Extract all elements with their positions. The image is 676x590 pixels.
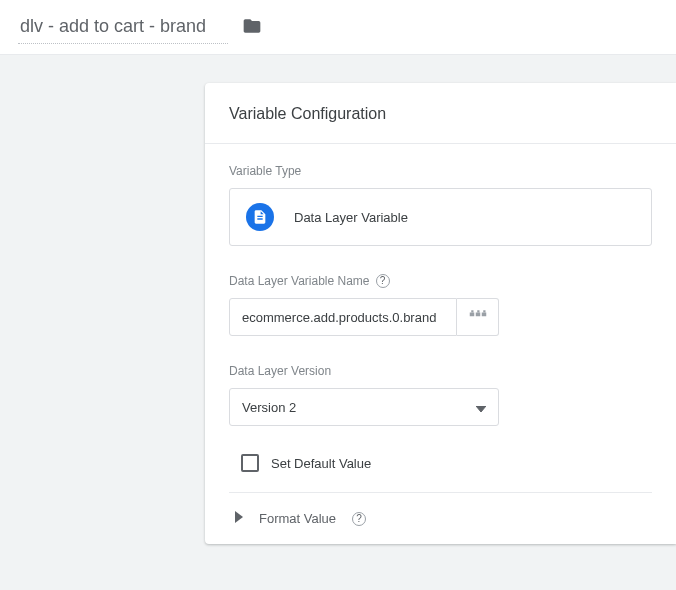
chevron-right-icon: [235, 511, 243, 526]
variable-name-label-text: Data Layer Variable Name: [229, 274, 370, 288]
version-select[interactable]: Version 2: [229, 388, 499, 426]
svg-rect-0: [469, 313, 474, 317]
svg-rect-5: [483, 310, 485, 312]
default-value-row: Set Default Value: [205, 434, 676, 492]
variable-config-card: Variable Configuration Variable Type Dat…: [205, 83, 676, 544]
version-value: Version 2: [242, 400, 296, 415]
default-value-checkbox[interactable]: [241, 454, 259, 472]
svg-rect-2: [481, 313, 486, 317]
variable-picker-button[interactable]: [457, 298, 499, 336]
format-value-label: Format Value: [259, 511, 336, 526]
help-icon[interactable]: ?: [352, 512, 366, 526]
default-value-label: Set Default Value: [271, 456, 371, 471]
variable-type-label: Variable Type: [229, 164, 652, 178]
card-title: Variable Configuration: [205, 83, 676, 144]
workspace: Variable Configuration Variable Type Dat…: [0, 55, 676, 590]
version-section: Data Layer Version Version 2: [205, 344, 676, 426]
data-layer-variable-name-input[interactable]: [229, 298, 457, 336]
format-value-row[interactable]: Format Value ?: [205, 493, 676, 544]
data-layer-variable-icon: [246, 203, 274, 231]
page-header: [0, 0, 676, 55]
version-label: Data Layer Version: [229, 364, 652, 378]
svg-rect-4: [477, 310, 479, 312]
folder-icon[interactable]: [242, 16, 262, 40]
help-icon[interactable]: ?: [376, 274, 390, 288]
variable-name-label: Data Layer Variable Name ?: [229, 274, 652, 288]
svg-rect-3: [471, 310, 473, 312]
svg-rect-1: [475, 313, 480, 317]
chevron-down-icon: [476, 400, 486, 415]
variable-type-selector[interactable]: Data Layer Variable: [229, 188, 652, 246]
variable-type-section: Variable Type Data Layer Variable: [205, 144, 676, 246]
variable-name-section: Data Layer Variable Name ?: [205, 254, 676, 336]
variable-name-input[interactable]: [18, 12, 228, 44]
variable-type-name: Data Layer Variable: [294, 210, 408, 225]
